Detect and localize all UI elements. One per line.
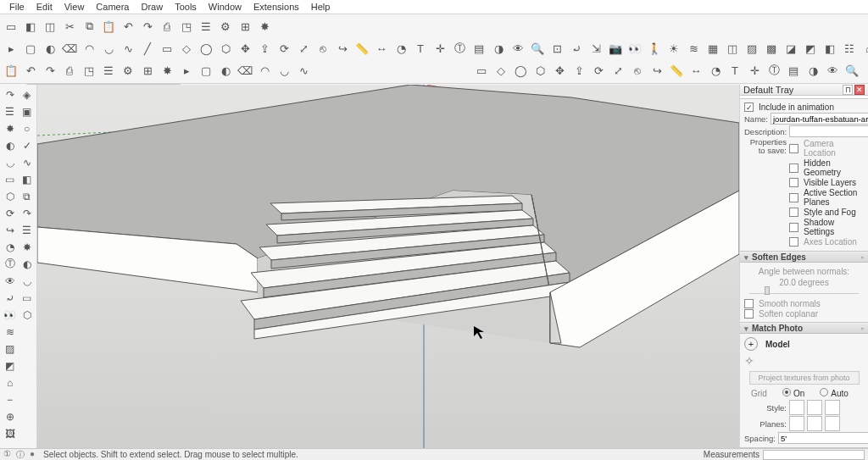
- pushpull-icon[interactable]: ⇪: [255, 39, 274, 58]
- section-plane-icon[interactable]: ▤: [470, 39, 488, 58]
- previous-view-icon[interactable]: ⇲: [587, 39, 605, 58]
- paint-bucket-icon[interactable]: ◐: [41, 39, 59, 58]
- solid-union-icon[interactable]: ▸: [177, 61, 196, 80]
- vray-proxy-icon[interactable]: T: [726, 61, 744, 80]
- include-in-animation-checkbox[interactable]: [744, 103, 754, 112]
- vray-asset-icon[interactable]: 📏: [667, 61, 686, 80]
- grid-on-radio[interactable]: [782, 388, 791, 396]
- offset-tool-icon[interactable]: ▨: [2, 341, 18, 357]
- tray-title-bar[interactable]: Default Tray ⊓ ✕: [740, 85, 868, 96]
- prop-checkbox-1[interactable]: [789, 163, 798, 173]
- sandbox-from-contours-icon[interactable]: 📋: [2, 61, 20, 80]
- project-textures-button[interactable]: Project textures from photo: [749, 371, 860, 385]
- copy-icon[interactable]: ⧉: [80, 17, 98, 36]
- sandbox-from-scratch-icon[interactable]: ↶: [21, 61, 40, 80]
- add-layer-icon[interactable]: ☰: [197, 17, 215, 36]
- dimension-tool-icon[interactable]: ▣: [19, 103, 35, 119]
- print-icon[interactable]: ⎙: [158, 17, 176, 36]
- follow-me-icon[interactable]: ↪: [333, 39, 352, 58]
- rectangle-icon[interactable]: ▭: [158, 39, 176, 58]
- walk-tool-icon[interactable]: ◧: [19, 171, 35, 187]
- eraser-tool-icon[interactable]: ↪: [2, 222, 18, 238]
- menu-window[interactable]: Window: [203, 1, 248, 13]
- axes-icon[interactable]: ✛: [431, 39, 449, 58]
- shaded-icon[interactable]: ◪: [782, 39, 800, 58]
- 3d-text-icon[interactable]: Ⓣ: [450, 39, 469, 58]
- lasso-tool-icon[interactable]: ☰: [2, 103, 18, 119]
- select-icon[interactable]: ▸: [2, 39, 20, 58]
- freehand-tool-icon[interactable]: ◐: [2, 137, 18, 153]
- help-icon[interactable]: ①: [3, 449, 11, 461]
- warehouse-icon[interactable]: Ⓣ: [765, 61, 783, 80]
- scale-tool-icon[interactable]: ≋: [2, 324, 18, 340]
- rectangle-tool-icon[interactable]: ◡: [2, 154, 18, 170]
- arc-icon[interactable]: ◠: [80, 39, 98, 58]
- style-swatch-2[interactable]: [807, 400, 822, 415]
- menu-draw[interactable]: Draw: [135, 1, 169, 13]
- shadows-icon[interactable]: ☀: [665, 39, 683, 58]
- vray-infinite-plane-icon[interactable]: ✛: [745, 61, 764, 80]
- orbit-icon[interactable]: ◑: [489, 39, 508, 58]
- pan-icon[interactable]: 👁: [509, 39, 527, 58]
- section-tool-icon[interactable]: ∿: [19, 154, 35, 170]
- photomatch-tool-icon[interactable]: ◡: [19, 273, 35, 289]
- select-tool-icon[interactable]: ↷: [2, 86, 18, 103]
- undo-icon[interactable]: ↶: [119, 17, 137, 36]
- circle-icon[interactable]: ◯: [197, 39, 215, 58]
- zoom-extents-icon[interactable]: ⤾: [567, 39, 586, 58]
- layers-icon[interactable]: ☷: [840, 39, 859, 58]
- look-around-icon[interactable]: 👀: [626, 39, 644, 58]
- extensions-warehouse-icon[interactable]: ⊞: [236, 17, 254, 36]
- top-icon[interactable]: ◇: [492, 61, 510, 80]
- render-icon[interactable]: ⤢: [609, 61, 627, 80]
- prop-checkbox-6[interactable]: [789, 237, 798, 247]
- dynamic-interact-icon[interactable]: ◠: [255, 61, 274, 80]
- monochrome-icon[interactable]: ◧: [821, 39, 839, 58]
- prop-checkbox-3[interactable]: [789, 193, 798, 202]
- tape-tool-icon[interactable]: ◔: [2, 239, 18, 255]
- menu-extensions[interactable]: Extensions: [248, 1, 305, 13]
- angle-slider[interactable]: [765, 286, 770, 295]
- grid-auto-radio[interactable]: [820, 388, 828, 396]
- style-swatch-1[interactable]: [789, 400, 804, 415]
- menu-camera[interactable]: Camera: [90, 1, 135, 13]
- smoove-icon[interactable]: ↷: [41, 61, 59, 80]
- look-tool-icon[interactable]: ⧉: [19, 188, 35, 204]
- panel-toggle-icon[interactable]: ▫: [861, 324, 864, 333]
- prop-checkbox-5[interactable]: [789, 223, 798, 232]
- solid-outer-shell-icon[interactable]: ⊞: [138, 61, 157, 80]
- circle-tool-icon[interactable]: ⬡: [2, 188, 18, 204]
- zoom-extents-tool-icon[interactable]: ◈: [19, 86, 35, 103]
- menu-edit[interactable]: Edit: [31, 1, 58, 13]
- rotate-icon[interactable]: ⟳: [275, 39, 293, 58]
- right-icon[interactable]: ⬡: [531, 61, 549, 80]
- export-icon[interactable]: ◑: [804, 61, 822, 80]
- shaded-textures-icon[interactable]: ◩: [801, 39, 820, 58]
- style-1-icon[interactable]: 👁: [823, 61, 842, 80]
- new-match-photo-icon[interactable]: +: [744, 337, 758, 351]
- paint-tool-icon[interactable]: ◩: [2, 357, 18, 374]
- rotated-rectangle-icon[interactable]: ◇: [177, 39, 196, 58]
- preview-tool-icon[interactable]: ◐: [19, 256, 35, 272]
- move-tool-icon[interactable]: Ⓣ: [2, 256, 18, 272]
- planes-swatch-1[interactable]: [789, 416, 804, 431]
- cut-icon[interactable]: ✂: [60, 17, 79, 36]
- make-component-icon[interactable]: ▢: [21, 39, 40, 58]
- left-icon[interactable]: ⇪: [570, 61, 588, 80]
- text-tool-icon[interactable]: ⌂: [2, 374, 18, 391]
- extensions-manager-icon[interactable]: ✸: [255, 17, 274, 36]
- dimension-icon[interactable]: ↔: [372, 39, 391, 58]
- line-tool-icon[interactable]: ✸: [2, 120, 18, 136]
- tray-close-icon[interactable]: ✕: [854, 85, 865, 95]
- scene-name-input[interactable]: [771, 113, 868, 125]
- hidden-line-icon[interactable]: ▩: [762, 39, 781, 58]
- orbit-tool-icon[interactable]: −: [2, 391, 18, 407]
- zoom-tool-icon[interactable]: 🖼: [2, 425, 18, 441]
- polygon-tool-icon[interactable]: ⟳: [2, 205, 18, 221]
- redo-icon[interactable]: ↷: [138, 17, 157, 36]
- planes-swatch-3[interactable]: [825, 416, 840, 431]
- iso-icon[interactable]: ▭: [472, 61, 491, 80]
- render-region-icon[interactable]: ⎋: [628, 61, 647, 80]
- xray-icon[interactable]: ▦: [704, 39, 722, 58]
- open-icon[interactable]: ◧: [21, 17, 40, 36]
